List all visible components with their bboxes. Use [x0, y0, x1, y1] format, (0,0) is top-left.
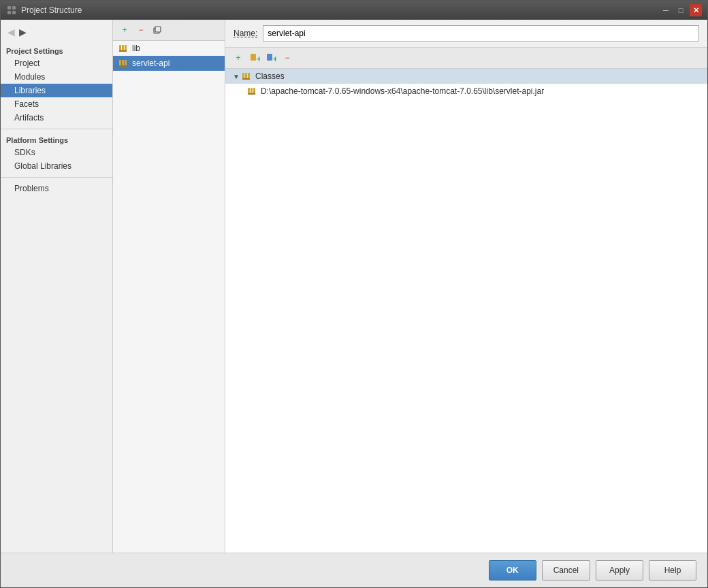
maximize-button[interactable]: □: [675, 4, 687, 16]
library-icon-active: [118, 58, 129, 69]
sidebar-item-sdks[interactable]: SDKs: [1, 146, 112, 159]
tree-expand-arrow: ▼: [231, 71, 242, 82]
svg-rect-5: [155, 27, 161, 32]
window-icon: [6, 5, 17, 16]
add-entry-button[interactable]: +: [231, 50, 246, 65]
window-controls: ─ □ ✕: [660, 4, 702, 16]
svg-text:+: +: [273, 54, 276, 63]
svg-rect-0: [7, 6, 11, 10]
svg-rect-21: [242, 78, 250, 80]
sidebar-divider: [1, 129, 112, 129]
sidebar-item-modules[interactable]: Modules: [1, 70, 112, 84]
minimize-button[interactable]: ─: [660, 4, 672, 16]
window-title: Project Structure: [21, 5, 660, 15]
apply-button[interactable]: Apply: [596, 560, 643, 581]
sidebar-divider-2: [1, 177, 112, 178]
library-list: lib servlet-api: [113, 41, 225, 553]
sidebar-item-libraries[interactable]: Libraries: [1, 84, 112, 97]
library-toolbar: + −: [113, 20, 225, 41]
sidebar-item-artifacts[interactable]: Artifacts: [1, 111, 112, 125]
svg-rect-16: [267, 54, 272, 61]
ok-button[interactable]: OK: [489, 560, 536, 581]
sidebar-item-project[interactable]: Project: [1, 56, 112, 70]
forward-arrow[interactable]: ▶: [18, 25, 28, 39]
detail-toolbar: + + + −: [225, 48, 707, 69]
add-source-button[interactable]: +: [263, 50, 278, 65]
add-class-button[interactable]: +: [247, 50, 262, 65]
platform-settings-header: Platform Settings: [1, 133, 112, 146]
sidebar-item-facets[interactable]: Facets: [1, 97, 112, 111]
library-item-servlet-api[interactable]: servlet-api: [113, 56, 225, 71]
help-button[interactable]: Help: [649, 560, 696, 581]
library-list-panel: + −: [113, 20, 225, 553]
back-arrow[interactable]: ◀: [6, 25, 16, 39]
classes-icon: [242, 71, 253, 82]
svg-rect-13: [119, 65, 127, 67]
sidebar: ◀ ▶ Project Settings Project Modules Lib…: [1, 20, 113, 553]
right-panel: Name: + +: [225, 20, 707, 553]
jar-path-label: D:\apache-tomcat-7.0.65-windows-x64\apac…: [261, 86, 544, 96]
classes-label: Classes: [255, 71, 285, 81]
content-area: ◀ ▶ Project Settings Project Modules Lib…: [1, 20, 707, 553]
classes-tree-row[interactable]: ▼ Classes: [225, 69, 707, 84]
main-window: Project Structure ─ □ ✕ ◀ ▶ Project Sett…: [0, 0, 708, 588]
name-bar: Name:: [225, 20, 707, 48]
close-button[interactable]: ✕: [690, 4, 702, 16]
bottom-bar: OK Cancel Apply Help: [1, 553, 707, 587]
copy-library-button[interactable]: [150, 22, 165, 37]
split-area: + −: [113, 20, 707, 553]
svg-text:+: +: [257, 54, 260, 63]
jar-entry-row[interactable]: D:\apache-tomcat-7.0.65-windows-x64\apac…: [225, 84, 707, 99]
sidebar-item-global-libraries[interactable]: Global Libraries: [1, 159, 112, 173]
remove-library-button[interactable]: −: [133, 22, 148, 37]
title-bar: Project Structure ─ □ ✕: [1, 1, 707, 20]
sidebar-item-problems[interactable]: Problems: [1, 182, 112, 195]
project-settings-header: Project Settings: [1, 44, 112, 56]
svg-rect-1: [12, 6, 16, 10]
svg-rect-14: [251, 54, 256, 61]
detail-content: ▼ Classes: [225, 69, 707, 553]
svg-rect-3: [12, 11, 16, 14]
name-input[interactable]: [263, 25, 699, 42]
library-item-lib[interactable]: lib: [113, 41, 225, 56]
nav-arrows: ◀ ▶: [1, 22, 112, 44]
library-icon: [118, 43, 129, 54]
name-label: Name:: [234, 29, 257, 38]
remove-entry-button[interactable]: −: [280, 50, 295, 65]
jar-icon: [247, 86, 258, 97]
svg-rect-9: [119, 50, 127, 52]
add-library-button[interactable]: +: [117, 22, 132, 37]
svg-rect-2: [7, 11, 11, 14]
cancel-button[interactable]: Cancel: [542, 560, 590, 581]
svg-rect-25: [248, 93, 255, 95]
